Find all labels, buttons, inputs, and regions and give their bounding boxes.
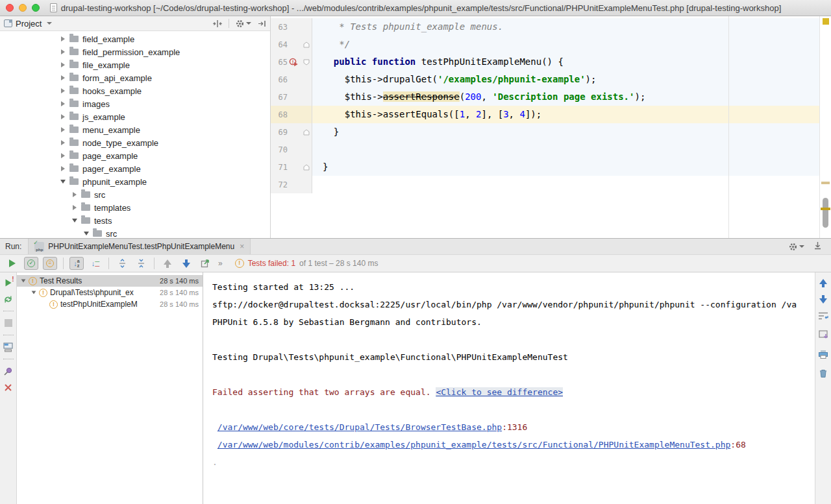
chevron-collapsed-icon[interactable] [71, 205, 78, 210]
code-text[interactable]: * Tests phpunit_example menus. [312, 18, 819, 36]
project-tree-item[interactable]: phpunit_example [0, 175, 270, 188]
close-window-button[interactable] [6, 4, 14, 12]
editor-line[interactable]: 65! public function testPhpUnitExampleMe… [271, 53, 819, 71]
run-tab[interactable]: ✓ php PHPUnitExampleMenuTest.testPhpUnit… [28, 239, 251, 254]
project-settings-button[interactable] [236, 19, 251, 28]
previous-failed-test-button[interactable] [160, 257, 175, 270]
locate-file-button[interactable] [213, 19, 222, 28]
code-text[interactable]: */ [312, 36, 819, 53]
code-text[interactable] [312, 176, 819, 193]
project-tree-item[interactable]: src [0, 227, 270, 238]
code-text[interactable] [312, 141, 819, 158]
fold-marker-icon[interactable] [302, 129, 310, 136]
project-tree-item[interactable]: hooks_example [0, 84, 270, 97]
project-tree-item[interactable]: images [0, 97, 270, 110]
up-stack-trace-button[interactable] [819, 279, 827, 287]
chevron-collapsed-icon[interactable] [60, 88, 66, 93]
editor-scrollbar[interactable] [819, 16, 831, 238]
sort-by-duration-button[interactable]: ↓—— [88, 257, 103, 270]
console-link[interactable]: <Click to see difference> [436, 387, 563, 397]
editor-line[interactable]: 67 $this->assertResponse(200, 'Descripti… [271, 88, 819, 106]
code-text[interactable]: $this->assertEquals([1, 2], [3, 4]); [312, 106, 819, 123]
test-tree-item[interactable]: Drupal\Tests\phpunit_ex28 s 140 ms [17, 287, 203, 298]
export-test-results-button[interactable] [198, 257, 212, 270]
collapse-all-button[interactable] [134, 257, 148, 270]
print-button[interactable] [818, 350, 828, 361]
sort-alphabetically-button[interactable]: ↓az [69, 257, 84, 270]
code-text[interactable]: $this->drupalGet('/examples/phpunit-exam… [312, 71, 819, 88]
project-view-selector[interactable]: Project [4, 19, 52, 29]
console-link[interactable]: /var/www/web/core/tests/Drupal/Tests/Bro… [217, 422, 502, 432]
show-ignored-button[interactable]: ≡ [43, 257, 57, 270]
code-editor[interactable]: 63 * Tests phpunit_example menus.64 */65… [271, 16, 831, 238]
show-passed-button[interactable]: ✓ [24, 257, 38, 270]
chevron-expanded-icon[interactable] [19, 279, 27, 283]
next-failed-test-button[interactable] [179, 257, 193, 270]
chevron-collapsed-icon[interactable] [60, 36, 66, 42]
file-warnings-indicator[interactable] [823, 18, 829, 25]
rerun-test-button[interactable] [3, 294, 14, 304]
zoom-window-button[interactable] [32, 4, 40, 12]
warning-stripe-mark[interactable] [821, 182, 830, 184]
pin-tab-button[interactable] [3, 366, 14, 376]
restore-layout-button[interactable] [3, 342, 14, 352]
run-settings-button[interactable] [789, 243, 804, 251]
project-tree-item[interactable]: field_example [0, 32, 270, 45]
chevron-expanded-icon[interactable] [30, 291, 38, 294]
editor-line[interactable]: 63 * Tests phpunit_example menus. [271, 18, 819, 36]
fold-marker-icon[interactable] [302, 42, 310, 48]
minimize-window-button[interactable] [19, 4, 27, 12]
soft-wrap-button[interactable] [818, 311, 828, 322]
project-tree-item[interactable]: tests [0, 214, 270, 227]
code-text[interactable]: $this->assertResponse(200, 'Description … [312, 88, 819, 106]
caret-stripe-mark[interactable] [821, 208, 830, 210]
chevron-expanded-icon[interactable] [60, 180, 66, 184]
editor-line[interactable]: 68 $this->assertEquals([1, 2], [3, 4]); [271, 106, 819, 123]
chevron-collapsed-icon[interactable] [60, 114, 66, 119]
project-tree-item[interactable]: templates [0, 201, 270, 214]
chevron-collapsed-icon[interactable] [60, 75, 66, 80]
editor-line[interactable]: 66 $this->drupalGet('/examples/phpunit-e… [271, 71, 819, 88]
project-tree-item[interactable]: file_example [0, 58, 270, 71]
fold-marker-icon[interactable] [302, 59, 310, 66]
code-text[interactable]: } [312, 158, 819, 176]
expand-all-button[interactable] [115, 257, 129, 270]
project-tree-item[interactable]: node_type_example [0, 136, 270, 149]
close-tab-icon[interactable]: × [240, 242, 244, 251]
chevron-expanded-icon[interactable] [71, 219, 78, 222]
test-tree-item[interactable]: testPhpUnitExampleM28 s 140 ms [17, 298, 203, 310]
close-run-panel-button[interactable] [3, 382, 14, 392]
down-stack-trace-button[interactable] [819, 295, 827, 304]
editor-line[interactable]: 70 [271, 141, 819, 158]
scroll-to-end-button[interactable] [819, 330, 828, 342]
chevron-collapsed-icon[interactable] [60, 62, 66, 67]
project-tree-item[interactable]: form_api_example [0, 71, 270, 84]
editor-line[interactable]: 69 } [271, 123, 819, 141]
test-console-output[interactable]: Testing started at 13:25 ...sftp://docke… [203, 272, 815, 504]
stop-button[interactable] [3, 318, 14, 328]
chevron-collapsed-icon[interactable] [60, 127, 66, 132]
test-tree-item[interactable]: Test Results28 s 140 ms [17, 275, 203, 287]
chevron-collapsed-icon[interactable] [60, 153, 66, 158]
editor-line[interactable]: 72 [271, 176, 819, 193]
code-text[interactable]: public function testPhpUnitExampleMenu()… [312, 53, 819, 71]
console-link[interactable]: /var/www/web/modules/contrib/examples/ph… [217, 440, 731, 450]
hide-panel-button[interactable] [258, 19, 266, 28]
rerun-failed-tests-button[interactable]: ! [3, 278, 14, 288]
scrollbar-thumb[interactable] [823, 198, 828, 228]
chevron-collapsed-icon[interactable] [60, 166, 66, 171]
project-tree-item[interactable]: page_example [0, 149, 270, 162]
hide-run-panel-button[interactable] [813, 241, 822, 252]
more-options-chevron[interactable]: » [218, 259, 223, 268]
failed-test-run-icon[interactable]: ! [289, 58, 299, 67]
fold-marker-icon[interactable] [302, 164, 310, 171]
chevron-collapsed-icon[interactable] [71, 192, 78, 197]
chevron-collapsed-icon[interactable] [60, 101, 66, 106]
chevron-expanded-icon[interactable] [83, 232, 90, 235]
project-tree-item[interactable]: js_example [0, 110, 270, 123]
project-tree-item[interactable]: pager_example [0, 162, 270, 175]
project-tree-item[interactable]: src [0, 188, 270, 201]
editor-line[interactable]: 71} [271, 158, 819, 176]
chevron-collapsed-icon[interactable] [60, 140, 66, 145]
rerun-button[interactable] [5, 257, 19, 270]
